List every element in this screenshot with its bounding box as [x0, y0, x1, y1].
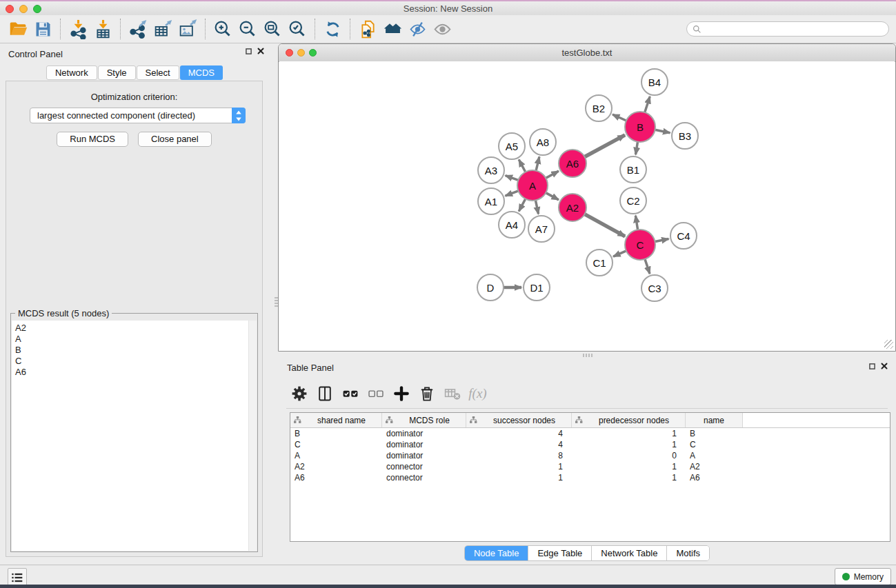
add-column-button[interactable]	[388, 383, 414, 405]
table-cell[interactable]: B	[290, 429, 382, 438]
node-B2[interactable]: B2	[586, 95, 612, 121]
node-A1[interactable]: A1	[478, 188, 504, 214]
table-cell[interactable]: 1	[572, 440, 686, 449]
node-A8[interactable]: A8	[530, 129, 556, 155]
node-C[interactable]: C	[625, 230, 655, 260]
tab-select[interactable]: Select	[137, 65, 179, 80]
column-header-successor-nodes[interactable]: successor nodes	[466, 413, 572, 427]
memory-button[interactable]: Memory	[835, 568, 891, 585]
column-visibility-button[interactable]	[312, 383, 337, 405]
edge-A-A6[interactable]	[546, 171, 559, 178]
node-D[interactable]: D	[477, 274, 504, 301]
mcds-result-item[interactable]: B	[15, 345, 257, 356]
node-B[interactable]: B	[625, 112, 655, 142]
table-row[interactable]: Adominator80A	[290, 450, 890, 461]
tab-style[interactable]: Style	[98, 65, 136, 80]
network-canvas[interactable]: B4B2BB3A8A5A6B1A3AC2A1A2A4A7C4CC1C3DD1	[279, 61, 895, 350]
mcds-result-item[interactable]: C	[15, 356, 257, 367]
edge-A-A1[interactable]	[506, 191, 519, 196]
column-header-predecessor-nodes[interactable]: predecessor nodes	[572, 413, 686, 427]
node-C4[interactable]: C4	[670, 223, 697, 249]
edge-C-C3[interactable]	[645, 259, 650, 274]
delete-column-button[interactable]	[414, 383, 439, 405]
column-header-shared-name[interactable]: shared name	[290, 413, 382, 427]
node-C1[interactable]: C1	[586, 250, 613, 276]
export-network-button[interactable]	[126, 17, 150, 41]
tab-edge-table[interactable]: Edge Table	[528, 546, 591, 560]
open-file-button[interactable]	[6, 17, 30, 41]
table-cell[interactable]: connector	[382, 473, 466, 483]
search-box[interactable]	[686, 21, 889, 37]
export-image-button[interactable]	[175, 17, 200, 41]
table-cell[interactable]: 4	[466, 429, 572, 438]
edge-A-A3[interactable]	[506, 176, 519, 181]
table-cell[interactable]: C	[686, 440, 743, 449]
tab-network-table[interactable]: Network Table	[591, 546, 666, 560]
tab-mcds[interactable]: MCDS	[180, 65, 223, 80]
tab-network[interactable]: Network	[46, 65, 97, 80]
table-settings-button[interactable]	[286, 383, 312, 405]
import-table-button[interactable]	[90, 17, 115, 41]
task-history-button[interactable]	[8, 568, 27, 587]
edge-A-A4[interactable]	[519, 199, 526, 211]
refresh-button[interactable]	[320, 17, 345, 41]
table-row[interactable]: A6connector11A6	[290, 472, 890, 483]
node-A[interactable]: A	[517, 170, 548, 201]
table-cell[interactable]: 1	[466, 473, 572, 483]
edge-A-A5[interactable]	[519, 159, 526, 172]
node-B4[interactable]: B4	[641, 69, 668, 95]
edge-A-A7[interactable]	[535, 201, 538, 214]
table-cell[interactable]: 1	[572, 429, 686, 438]
window-resize-grip[interactable]	[884, 340, 893, 349]
node-A3[interactable]: A3	[478, 157, 504, 183]
node-A7[interactable]: A7	[528, 216, 555, 242]
node-B1[interactable]: B1	[620, 156, 646, 183]
table-row[interactable]: Cdominator41C	[290, 439, 890, 450]
close-panel-icon[interactable]	[881, 363, 888, 369]
node-A2[interactable]: A2	[559, 194, 586, 221]
zoom-out-button[interactable]	[235, 17, 260, 41]
edge-A-A2[interactable]	[546, 193, 559, 200]
table-row[interactable]: Bdominator41B	[290, 428, 890, 439]
table-row[interactable]: A2connector11A2	[290, 461, 890, 472]
mcds-result-item[interactable]: A	[15, 334, 257, 345]
node-B3[interactable]: B3	[672, 123, 698, 149]
edge-C-C2[interactable]	[635, 216, 637, 230]
column-header-MCDS-role[interactable]: MCDS role	[382, 413, 466, 427]
table-cell[interactable]: A	[686, 451, 743, 460]
float-panel-icon[interactable]	[246, 48, 252, 54]
import-network-button[interactable]	[66, 17, 90, 41]
network-window-titlebar[interactable]: testGlobe.txt	[279, 44, 895, 62]
table-cell[interactable]: B	[686, 429, 743, 438]
table-cell[interactable]: connector	[382, 462, 466, 472]
zoom-in-button[interactable]	[210, 17, 235, 41]
table-cell[interactable]: 8	[466, 451, 572, 460]
export-table-button[interactable]	[150, 17, 175, 41]
edge-B-B2[interactable]	[613, 114, 626, 121]
select-all-check-button[interactable]	[337, 383, 363, 405]
run-mcds-button[interactable]: Run MCDS	[57, 132, 128, 147]
vertical-splitter-grip[interactable]	[275, 297, 278, 308]
zoom-fit-button[interactable]	[260, 17, 285, 41]
table-cell[interactable]: 1	[466, 462, 572, 472]
table-cell[interactable]: A2	[686, 462, 743, 472]
edge-B-B1[interactable]	[636, 142, 638, 155]
criterion-dropdown[interactable]: largest connected component (directed)	[30, 108, 246, 123]
edge-A6-B[interactable]	[585, 135, 625, 157]
table-cell[interactable]: A	[290, 451, 382, 460]
edge-C-C4[interactable]	[655, 239, 669, 241]
table-cell[interactable]: dominator	[382, 451, 466, 460]
edge-C-C1[interactable]	[613, 251, 626, 256]
tab-node-table[interactable]: Node Table	[465, 546, 528, 560]
edge-B-B3[interactable]	[655, 130, 670, 132]
table-cell[interactable]: A2	[290, 462, 382, 472]
search-input[interactable]	[704, 23, 888, 34]
float-panel-icon[interactable]	[869, 363, 875, 369]
save-session-button[interactable]	[30, 17, 55, 41]
table-cell[interactable]: A6	[290, 473, 382, 483]
hide-details-button[interactable]	[405, 17, 430, 41]
node-C3[interactable]: C3	[641, 275, 668, 301]
column-header-name[interactable]: name	[686, 413, 743, 427]
node-D1[interactable]: D1	[524, 274, 550, 301]
mcds-result-item[interactable]: A2	[15, 323, 257, 334]
